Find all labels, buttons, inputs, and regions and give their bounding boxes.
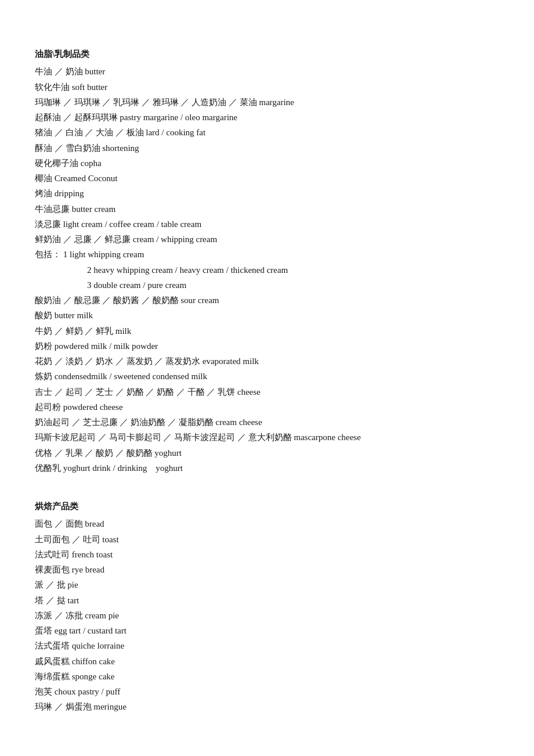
list-item: 酸奶油 ／ 酸忌廉 ／ 酸奶酱 ／ 酸奶酪 sour cream (35, 293, 499, 308)
list-item: 塔 ／ 挞 tart (35, 593, 499, 608)
list-item: 裸麦面包 rye bread (35, 562, 499, 577)
page-content: 油脂\乳制品类牛油 ／ 奶油 butter软化牛油 soft butter玛珈琳… (35, 46, 499, 715)
list-item: 淡忌廉 light cream / coffee cream / table c… (35, 217, 499, 232)
list-item: 包括： 1 light whipping cream (35, 247, 499, 262)
list-item: 起酥油 ／ 起酥玛琪琳 pastry margarine / oleo marg… (35, 110, 499, 125)
list-item: 2 heavy whipping cream / heavy cream / t… (35, 262, 499, 278)
list-item: 软化牛油 soft butter (35, 80, 499, 95)
list-item: 炼奶 condensedmilk / sweetened condensed m… (35, 369, 499, 384)
list-item: 鲜奶油 ／ 忌廉 ／ 鲜忌廉 cream / whipping cream (35, 232, 499, 247)
list-item: 酸奶 butter milk (35, 308, 499, 323)
list-item: 3 double cream / pure cream (35, 278, 499, 293)
list-item: 戚风蛋糕 chiffon cake (35, 654, 499, 669)
list-item: 硬化椰子油 copha (35, 156, 499, 171)
list-item: 牛油忌廉 butter cream (35, 201, 499, 217)
list-item: 奶粉 powdered milk / milk powder (35, 339, 499, 354)
list-item: 优酪乳 yoghurt drink / drinking yoghurt (35, 460, 499, 476)
section-title-baking-products: 烘焙产品类 (35, 499, 499, 514)
list-item: 玛琳 ／ 焗蛋泡 meringue (35, 699, 499, 714)
list-item: 牛油 ／ 奶油 butter (35, 64, 499, 79)
section-baking-products: 烘焙产品类面包 ／ 面飽 bread土司面包 ／ 吐司 toast法式吐司 fr… (35, 499, 499, 715)
list-item: 花奶 ／ 淡奶 ／ 奶水 ／ 蒸发奶 ／ 蒸发奶水 evaporated mil… (35, 354, 499, 369)
section-oils-dairy: 油脂\乳制品类牛油 ／ 奶油 butter软化牛油 soft butter玛珈琳… (35, 46, 499, 476)
list-item: 海绵蛋糕 sponge cake (35, 669, 499, 684)
list-item: 玛斯卡波尼起司 ／ 马司卡膨起司 ／ 马斯卡波涅起司 ／ 意大利奶酪 masca… (35, 430, 499, 445)
list-item: 烤油 dripping (35, 186, 499, 201)
list-item: 椰油 Creamed Coconut (35, 171, 499, 186)
list-item: 起司粉 powdered cheese (35, 399, 499, 415)
list-item: 优格 ／ 乳果 ／ 酸奶 ／ 酸奶酪 yoghurt (35, 445, 499, 460)
list-item: 蛋塔 egg tart / custard tart (35, 623, 499, 638)
list-item: 冻派 ／ 冻批 cream pie (35, 608, 499, 623)
list-item: 法式吐司 french toast (35, 547, 499, 562)
list-item: 面包 ／ 面飽 bread (35, 516, 499, 531)
list-item: 泡芙 choux pastry / puff (35, 684, 499, 699)
list-item: 猪油 ／ 白油 ／ 大油 ／ 板油 lard / cooking fat (35, 125, 499, 140)
list-item: 玛珈琳 ／ 玛琪琳 ／ 乳玛琳 ／ 雅玛琳 ／ 人造奶油 ／ 菜油 margar… (35, 95, 499, 110)
list-item: 派 ／ 批 pie (35, 577, 499, 592)
list-item: 土司面包 ／ 吐司 toast (35, 532, 499, 547)
list-item: 奶油起司 ／ 芝士忌廉 ／ 奶油奶酪 ／ 凝脂奶酪 cream cheese (35, 415, 499, 430)
list-item: 牛奶 ／ 鲜奶 ／ 鲜乳 milk (35, 323, 499, 339)
list-item: 法式蛋塔 quiche lorraine (35, 638, 499, 653)
list-item: 吉士 ／ 起司 ／ 芝士 ／ 奶酪 ／ 奶酪 ／ 干酪 ／ 乳饼 cheese (35, 384, 499, 399)
list-item: 酥油 ／ 雪白奶油 shortening (35, 141, 499, 156)
section-title-oils-dairy: 油脂\乳制品类 (35, 46, 499, 62)
